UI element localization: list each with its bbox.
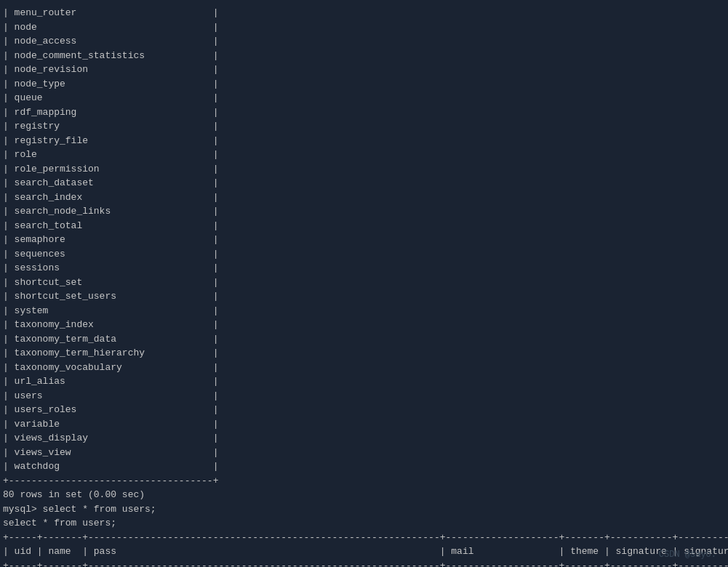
terminal-line: 80 rows in set (0.00 sec) [3,488,725,502]
terminal-line: | taxonomy_vocabulary | [3,361,725,375]
terminal-line: | search_node_links | [3,204,725,219]
terminal: | menu_router || node || node_access || … [0,0,728,567]
terminal-line: | registry_file | [3,134,725,148]
terminal-line: +-----+-------+-------------------------… [3,559,725,568]
terminal-line: | node_access | [3,34,725,49]
terminal-line: +-----+-------+-------------------------… [3,531,725,545]
terminal-line: | sequences | [3,247,725,262]
terminal-line: | uid | name | pass | mail | theme | sig… [3,544,725,559]
terminal-line: | node | [3,20,725,35]
terminal-line: | search_index | [3,190,725,205]
terminal-line: | watchdog | [3,459,725,474]
terminal-line: mysql> select * from users; [3,502,725,517]
terminal-line: | search_total | [3,219,725,233]
terminal-line: | taxonomy_term_hierarchy | [3,346,725,361]
terminal-line: | node_type | [3,77,725,92]
terminal-line: | views_view | [3,446,725,460]
terminal-line: | shortcut_set_users | [3,289,725,304]
terminal-line: | search_dataset | [3,176,725,190]
terminal-line: | menu_router | [3,6,725,20]
terminal-line: | semaphore | [3,233,725,247]
terminal-line: | system | [3,304,725,318]
terminal-line: | rdf_mapping | [3,105,725,120]
terminal-line: | node_comment_statistics | [3,49,725,63]
terminal-line: | queue | [3,91,725,105]
terminal-line: | role | [3,148,725,162]
terminal-line: | node_revision | [3,63,725,77]
terminal-line: | taxonomy_index | [3,318,725,332]
terminal-line: select * from users; [3,516,725,531]
terminal-line: | taxonomy_term_data | [3,332,725,347]
terminal-line: | users | [3,389,725,403]
terminal-line: +------------------------------------+ [3,474,725,488]
terminal-line: | users_roles | [3,403,725,417]
watermark: CSDN @sayo. [659,550,716,560]
terminal-line: | sessions | [3,261,725,276]
terminal-line: | url_alias | [3,374,725,389]
terminal-line: | shortcut_set | [3,276,725,290]
terminal-line: | views_display | [3,431,725,446]
terminal-line: | registry | [3,119,725,134]
terminal-line: | variable | [3,417,725,432]
terminal-line: | role_permission | [3,162,725,177]
